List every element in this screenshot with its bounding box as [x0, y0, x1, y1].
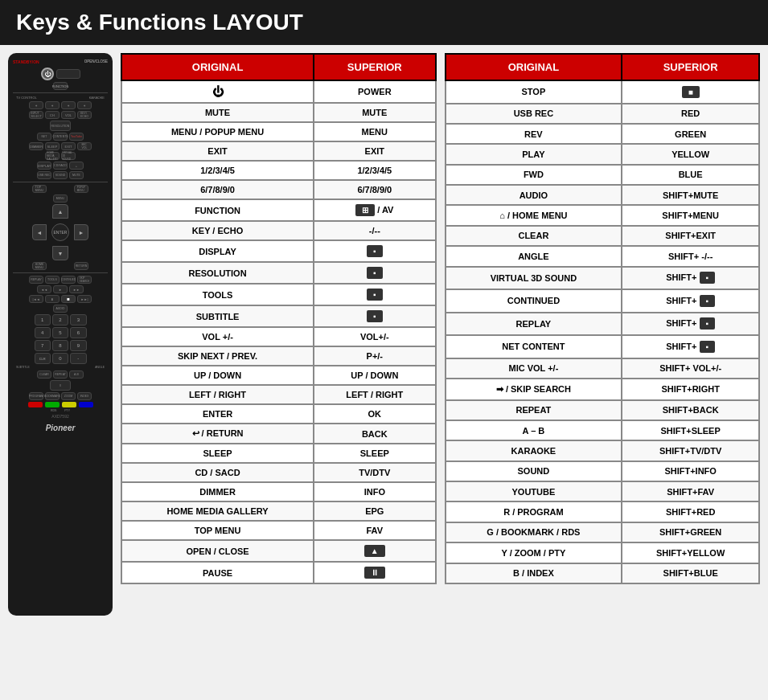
plus-btn-3[interactable]: +: [61, 101, 76, 109]
number-grid: 1 2 3 4 5 6 7 8 9 CLR 0 -: [35, 314, 87, 364]
table1-col1-header: ORIGINAL: [121, 54, 314, 80]
virtual-3d-btn[interactable]: VIRTUAL 3DSOUND: [61, 152, 76, 160]
nav-up-btn[interactable]: ▲: [52, 204, 68, 219]
table1-row-sup: ▪: [314, 240, 435, 262]
exit-btn[interactable]: EXIT: [61, 142, 76, 150]
num-clear[interactable]: CLR: [35, 353, 51, 364]
table2-row-orig: REV: [446, 124, 622, 144]
num-0[interactable]: 0: [52, 353, 68, 364]
clear-btn[interactable]: CLEAR: [37, 370, 51, 379]
open-close-btn[interactable]: [56, 69, 80, 79]
table1-row-orig: LEFT / RIGHT: [121, 385, 314, 404]
model-label: AXD7592: [13, 414, 108, 419]
continued-btn[interactable]: CONTINUED: [61, 276, 76, 284]
cd-sacd-btn[interactable]: CD/SACD: [53, 162, 68, 170]
tools-btn[interactable]: TOOLS: [45, 276, 60, 284]
num-5[interactable]: 5: [52, 327, 68, 338]
table2-row-orig: VIRTUAL 3D SOUND: [446, 267, 622, 290]
table2-row-sup: SHIFT+INFO: [622, 461, 759, 481]
bookmark-btn[interactable]: BOOKMARK: [45, 392, 60, 400]
mute-btn[interactable]: MUTE: [69, 171, 84, 179]
a-b-btn[interactable]: A-B: [69, 370, 84, 379]
menu-btn[interactable]: MENU: [53, 194, 68, 203]
dimmer-btn[interactable]: DIMMER: [29, 142, 43, 150]
rev-btn[interactable]: ◄◄: [37, 285, 51, 293]
num-9[interactable]: 9: [70, 340, 86, 351]
return-btn[interactable]: RETURN: [74, 262, 88, 270]
num-1[interactable]: 1: [35, 314, 51, 325]
youtube-btn[interactable]: YouTube: [69, 133, 84, 141]
pause-btn[interactable]: ⏸: [45, 295, 60, 303]
num-6[interactable]: 6: [70, 327, 86, 338]
table1-row-sup: UP / DOWN: [314, 366, 435, 385]
table1-row-orig: HOME MEDIA GALLERY: [121, 501, 314, 521]
index-btn[interactable]: INDEX: [77, 392, 92, 400]
net-btn[interactable]: NET: [37, 133, 51, 141]
table1-row-orig: EXIT: [121, 141, 314, 161]
num-2[interactable]: 2: [52, 314, 68, 325]
num-3[interactable]: 3: [70, 314, 86, 325]
plus-btn-1[interactable]: +: [29, 101, 43, 109]
home-media-btn[interactable]: HOMEMEDIAGALLERY: [45, 152, 60, 160]
num-7[interactable]: 7: [35, 340, 51, 351]
zoom-btn[interactable]: ZOOM: [61, 392, 76, 400]
yellow-btn[interactable]: [62, 402, 76, 407]
table2-row-sup: SHIFT+ ▪: [622, 267, 759, 290]
plus-btn-4[interactable]: +: [77, 101, 92, 109]
table1-row-sup: EXIT: [314, 141, 435, 161]
display-btn[interactable]: DISPLAY: [37, 162, 51, 170]
subtitle-label: SUBTITLE: [16, 366, 30, 369]
program-btn[interactable]: PROGRAM: [29, 392, 43, 400]
skip-search-btn[interactable]: SKIPSEARCH: [77, 276, 92, 284]
function-btn[interactable]: FUNCTION: [53, 82, 68, 90]
enter-btn[interactable]: ENTER: [51, 223, 69, 241]
input-select-btn[interactable]: INPUTSELECT: [29, 111, 43, 119]
ch-btn[interactable]: CH: [45, 111, 60, 119]
standby-label: STANDBY/ON: [13, 59, 39, 64]
play-btn[interactable]: ►: [53, 285, 68, 293]
table1-row-orig: KEY / ECHO: [121, 221, 314, 240]
next-btn[interactable]: ►►|: [77, 295, 92, 303]
green-btn[interactable]: [45, 402, 60, 407]
table2-row-sup: SHIFT+TV/DTV: [622, 440, 759, 461]
resolution-btn[interactable]: RESOLUTION: [50, 121, 71, 131]
table2-row-orig: AUDIO: [446, 185, 622, 205]
fwd-btn[interactable]: ►►: [69, 285, 84, 293]
sleep-btn[interactable]: SLEEP: [45, 142, 60, 150]
table2-row-orig: STOP: [446, 80, 622, 104]
replay-btn[interactable]: REPLAY: [29, 276, 43, 284]
tables-area: ORIGINAL SUPERIOR ⏻ POWER MUTE MUTE MENU…: [121, 53, 760, 616]
vol-btn[interactable]: VOL: [61, 111, 76, 119]
top-menu-btn[interactable]: TOPMENU: [32, 185, 47, 193]
mic-vol-btn[interactable]: MICVOL: [77, 142, 92, 150]
audio-label: AUDIO: [53, 305, 68, 313]
table2-row-sup: SHIFT+BACK: [622, 400, 759, 420]
vol-up-btn[interactable]: +: [69, 162, 84, 170]
table1-row-sup: ▪: [314, 305, 435, 327]
repeat-btn[interactable]: REPEAT: [53, 370, 68, 379]
home-btn[interactable]: HOMEMENU: [32, 262, 47, 270]
nav-left-btn[interactable]: ◄: [32, 224, 47, 240]
red-btn[interactable]: [28, 402, 43, 407]
nav-down-btn[interactable]: ▼: [52, 246, 68, 260]
nav-right-btn[interactable]: ►: [74, 224, 88, 240]
table2-row-orig: Y / ZOOM / PTY: [446, 542, 622, 563]
num-8[interactable]: 8: [52, 340, 68, 351]
power-btn[interactable]: ⏻: [41, 68, 54, 80]
table1-row-sup: TV/DTV: [314, 463, 435, 482]
num-4[interactable]: 4: [35, 327, 51, 338]
table1-row-orig: 1/2/3/4/5: [121, 161, 314, 180]
table1-row-orig: ENTER: [121, 404, 314, 424]
plus-btn-2[interactable]: +: [45, 101, 60, 109]
zero-btn[interactable]: 0: [50, 380, 71, 391]
usb-rec-btn[interactable]: USB REC: [37, 171, 51, 179]
num-dash[interactable]: -: [70, 353, 86, 364]
blue-btn[interactable]: [79, 402, 93, 407]
contents-btn[interactable]: CONTENTS: [53, 133, 68, 141]
sound-btn[interactable]: SOUND: [53, 171, 68, 179]
stop-btn[interactable]: ■: [61, 295, 76, 303]
table2-row-orig: REPLAY: [446, 313, 622, 336]
popup-menu-btn[interactable]: POPUPMENU: [74, 185, 88, 193]
key-echo-btn[interactable]: KEY/ECHO: [77, 111, 92, 119]
prev-btn[interactable]: |◄◄: [29, 295, 43, 303]
